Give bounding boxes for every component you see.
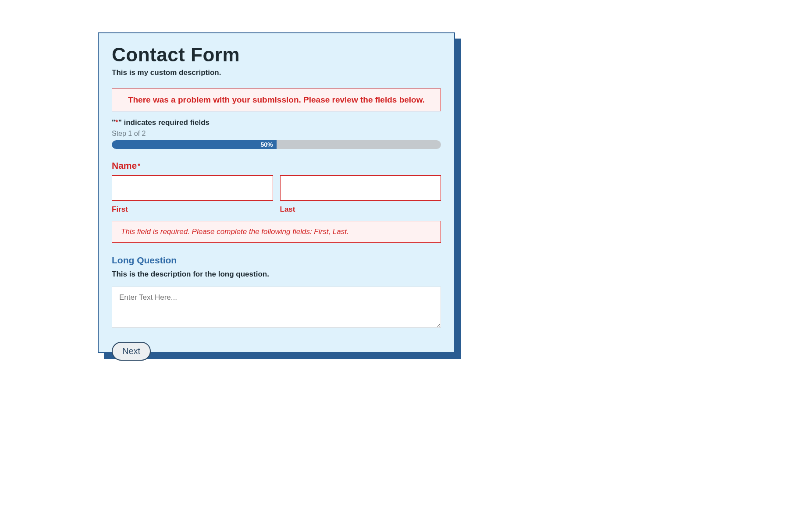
form-title: Contact Form: [112, 44, 441, 66]
last-name-column: Last: [280, 175, 441, 214]
step-indicator: Step 1 of 2: [112, 130, 441, 138]
long-question-description: This is the description for the long que…: [112, 270, 441, 279]
progress-bar-percent: 50%: [112, 140, 277, 149]
required-hint-star: *: [115, 118, 118, 127]
first-name-column: First: [112, 175, 273, 214]
name-field-error: This field is required. Please complete …: [112, 221, 441, 243]
first-name-input[interactable]: [112, 175, 273, 201]
name-fields-row: First Last: [112, 175, 441, 214]
long-question-label: Long Question: [112, 255, 441, 266]
progress-bar: 50%: [112, 140, 441, 149]
name-required-asterisk: *: [138, 162, 140, 169]
required-hint-suffix: " indicates required fields: [118, 118, 210, 127]
form-error-banner: There was a problem with your submission…: [112, 89, 441, 111]
form-description: This is my custom description.: [112, 68, 441, 77]
required-fields-hint: "*" indicates required fields: [112, 118, 441, 127]
last-name-sublabel: Last: [280, 205, 441, 214]
first-name-sublabel: First: [112, 205, 273, 214]
name-field-label: Name*: [112, 160, 441, 171]
page-canvas: Contact Form This is my custom descripti…: [0, 0, 789, 532]
contact-form-card: Contact Form This is my custom descripti…: [98, 32, 455, 353]
next-button[interactable]: Next: [112, 342, 151, 361]
name-label-text: Name: [112, 160, 137, 170]
long-question-textarea[interactable]: [112, 287, 441, 328]
required-hint-prefix: ": [112, 118, 115, 127]
last-name-input[interactable]: [280, 175, 441, 201]
